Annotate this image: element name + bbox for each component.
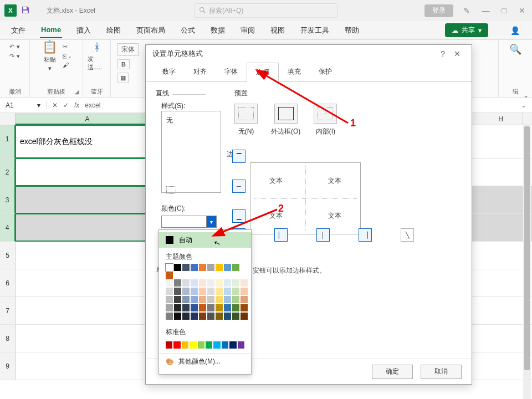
formula-content[interactable]: excel [85, 101, 100, 109]
ribbon-collapse-icon[interactable]: ⌄ [523, 91, 529, 99]
style-none-option[interactable]: 无 [166, 116, 173, 124]
theme-color-swatch[interactable] [224, 264, 231, 271]
shade-swatch[interactable] [166, 313, 173, 320]
shade-swatch[interactable] [241, 279, 248, 287]
shade-swatch[interactable] [174, 304, 181, 311]
shade-swatch[interactable] [207, 279, 214, 287]
theme-color-swatch[interactable] [216, 264, 223, 271]
theme-color-swatch[interactable] [166, 264, 173, 271]
shade-swatch[interactable] [207, 288, 214, 295]
theme-color-swatch[interactable] [166, 272, 173, 279]
theme-color-swatch[interactable] [207, 264, 214, 271]
tab-protect[interactable]: 保护 [310, 63, 341, 81]
col-header-H[interactable]: H [479, 113, 523, 125]
standard-color-swatch[interactable] [166, 341, 172, 349]
standard-color-swatch[interactable] [229, 341, 236, 349]
standard-color-swatch[interactable] [182, 341, 188, 349]
shade-swatch[interactable] [232, 296, 239, 303]
shade-swatch[interactable] [224, 313, 231, 320]
shade-swatch[interactable] [191, 288, 198, 295]
border-left-button[interactable]: ▏ [274, 228, 288, 242]
shade-swatch[interactable] [191, 304, 198, 311]
shade-swatch[interactable] [174, 313, 181, 320]
undo-icon[interactable]: ↶ ▾ [9, 43, 19, 50]
shade-swatch[interactable] [216, 296, 223, 303]
shade-swatch[interactable] [199, 279, 206, 287]
line-color-combo[interactable]: ▾ [161, 216, 217, 228]
cancel-button[interactable]: 取消 [421, 365, 462, 379]
shade-swatch[interactable] [207, 296, 214, 303]
tab-help[interactable]: 帮助 [344, 22, 360, 39]
redo-icon[interactable]: ↷ ▾ [9, 53, 19, 60]
shade-swatch[interactable] [241, 313, 248, 320]
shade-swatch[interactable] [182, 304, 190, 311]
shade-swatch[interactable] [232, 304, 239, 311]
vertical-scrollbar[interactable] [523, 125, 531, 399]
border-bottom-button[interactable]: ▁ [232, 209, 245, 223]
find-icon[interactable]: 🔍 [509, 43, 521, 55]
ribbon-options-icon[interactable]: ✎ [461, 6, 472, 15]
theme-color-swatch[interactable] [232, 264, 239, 271]
preset-none-button[interactable] [234, 104, 258, 124]
shade-swatch[interactable] [216, 313, 223, 320]
shade-swatch[interactable] [166, 279, 173, 287]
shade-swatch[interactable] [224, 279, 231, 287]
shade-swatch[interactable] [166, 304, 173, 311]
shade-swatch[interactable] [216, 279, 223, 287]
shade-swatch[interactable] [191, 296, 198, 303]
standard-color-swatch[interactable] [198, 341, 204, 349]
shade-swatch[interactable] [207, 304, 214, 311]
row-header-8[interactable]: 8 [0, 325, 16, 352]
border-vmid-button[interactable]: │ [316, 228, 330, 242]
border-hmid-button[interactable]: ─ [232, 180, 245, 193]
share-button[interactable]: ☁ 共享 ▾ [445, 23, 488, 37]
shade-swatch[interactable] [224, 296, 231, 303]
bold-button[interactable]: B [117, 59, 130, 69]
standard-color-swatch[interactable] [222, 341, 228, 349]
standard-color-swatch[interactable] [173, 341, 180, 349]
login-button[interactable]: 登录 [424, 4, 453, 17]
ok-button[interactable]: 确定 [372, 365, 413, 379]
account-icon[interactable]: 👤 [508, 26, 522, 35]
tab-fill[interactable]: 填充 [279, 63, 310, 81]
dialog-launcher-icon[interactable]: ◢ [75, 89, 79, 95]
shade-swatch[interactable] [207, 313, 214, 320]
tab-insert[interactable]: 插入 [75, 22, 92, 39]
row-header-5[interactable]: 5 [0, 242, 16, 269]
standard-color-swatch[interactable] [190, 341, 196, 349]
border-top-button[interactable]: ▔ [232, 150, 245, 163]
shade-swatch[interactable] [191, 313, 198, 320]
tab-view[interactable]: 视图 [269, 22, 286, 39]
bluetooth-button[interactable]: ᚼ 发送..... [88, 43, 106, 69]
standard-color-swatch[interactable] [213, 341, 220, 349]
tab-data[interactable]: 数据 [209, 22, 226, 39]
tab-review[interactable]: 审阅 [239, 22, 256, 39]
cell-A5[interactable] [16, 242, 160, 269]
row-header-1[interactable]: 1 [0, 125, 16, 158]
expand-formula-bar-icon[interactable]: ⌄ [515, 101, 532, 109]
shade-swatch[interactable] [182, 313, 190, 320]
maximize-icon[interactable]: □ [500, 6, 509, 15]
tab-layout[interactable]: 页面布局 [135, 22, 166, 39]
row-header-3[interactable]: 3 [0, 186, 16, 213]
borders-button[interactable]: ▦ [117, 73, 129, 83]
font-name-combo[interactable]: 宋体 [117, 43, 139, 56]
more-colors-option[interactable]: 🎨 其他颜色(M)... [159, 353, 251, 370]
shade-swatch[interactable] [241, 288, 248, 295]
cell-A2[interactable] [16, 158, 160, 186]
tab-draw[interactable]: 绘图 [105, 22, 122, 39]
color-auto-option[interactable]: 自动 [159, 232, 251, 248]
shade-swatch[interactable] [241, 304, 248, 311]
save-icon[interactable] [21, 6, 31, 16]
shade-swatch[interactable] [174, 279, 181, 287]
theme-color-swatch[interactable] [199, 264, 206, 271]
shade-swatch[interactable] [182, 296, 190, 303]
shade-swatch[interactable] [224, 288, 231, 295]
scroll-thumb[interactable] [524, 126, 530, 370]
standard-color-swatch[interactable] [238, 341, 244, 349]
shade-swatch[interactable] [216, 304, 223, 311]
row-header-2[interactable]: 2 [0, 158, 16, 186]
shade-swatch[interactable] [191, 279, 198, 287]
line-style-list[interactable]: 无 [161, 111, 221, 193]
close-dialog-icon[interactable]: ✕ [449, 49, 465, 58]
